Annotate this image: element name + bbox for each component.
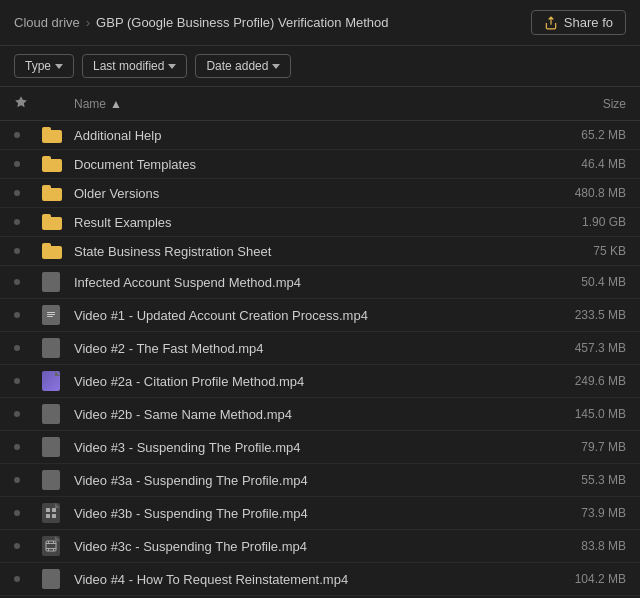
row-star — [14, 132, 42, 138]
dot-indicator — [14, 345, 20, 351]
date-added-filter-button[interactable]: Date added — [195, 54, 291, 78]
row-icon-col — [42, 127, 74, 143]
file-icon — [42, 305, 60, 325]
row-star — [14, 161, 42, 167]
table-row[interactable]: Video #1 - Updated Account Creation Proc… — [0, 299, 640, 332]
svg-rect-0 — [47, 312, 55, 313]
row-filesize: 1.90 GB — [536, 215, 626, 229]
row-star — [14, 190, 42, 196]
svg-rect-11 — [53, 541, 54, 543]
file-icon — [42, 437, 60, 457]
filter-bar: Type Last modified Date added — [0, 46, 640, 87]
dot-indicator — [14, 248, 20, 254]
row-star — [14, 345, 42, 351]
svg-rect-12 — [48, 549, 49, 551]
row-filename: Video #2b - Same Name Method.mp4 — [74, 407, 536, 422]
dot-indicator — [14, 312, 20, 318]
row-star — [14, 378, 42, 384]
table-row[interactable]: State Business Registration Sheet75 KB — [0, 237, 640, 266]
svg-rect-6 — [52, 514, 56, 518]
row-filename: Video #2 - The Fast Method.mp4 — [74, 341, 536, 356]
last-modified-filter-label: Last modified — [93, 59, 164, 73]
table-row[interactable]: Video #4 - How To Request Reinstatement.… — [0, 563, 640, 596]
table-row[interactable]: Video #2a - Citation Profile Method.mp42… — [0, 365, 640, 398]
table-row[interactable]: Infected Account Suspend Method.mp450.4 … — [0, 266, 640, 299]
row-star — [14, 510, 42, 516]
row-icon-col — [42, 272, 74, 292]
table-row[interactable]: Result Examples1.90 GB — [0, 208, 640, 237]
row-filename: Older Versions — [74, 186, 536, 201]
row-star — [14, 576, 42, 582]
type-filter-button[interactable]: Type — [14, 54, 74, 78]
row-icon-col — [42, 536, 74, 556]
row-filesize: 79.7 MB — [536, 440, 626, 454]
table-row[interactable]: Video #3a - Suspending The Profile.mp455… — [0, 464, 640, 497]
dot-indicator — [14, 219, 20, 225]
share-icon — [544, 16, 558, 30]
table-header: Name ▲ Size — [0, 87, 640, 121]
folder-icon — [42, 156, 62, 172]
svg-rect-8 — [46, 543, 56, 544]
svg-rect-10 — [48, 541, 49, 543]
row-icon-col — [42, 338, 74, 358]
dot-indicator — [14, 510, 20, 516]
row-filename: Infected Account Suspend Method.mp4 — [74, 275, 536, 290]
svg-rect-1 — [47, 314, 55, 315]
table-row[interactable]: Document Templates46.4 MB — [0, 150, 640, 179]
type-filter-label: Type — [25, 59, 51, 73]
dot-indicator — [14, 132, 20, 138]
table-row[interactable]: Video #3 - Suspending The Profile.mp479.… — [0, 431, 640, 464]
dot-indicator — [14, 444, 20, 450]
last-modified-filter-chevron-icon — [168, 64, 176, 69]
size-col-label: Size — [603, 97, 626, 111]
row-icon-col — [42, 503, 74, 523]
row-star — [14, 477, 42, 483]
dot-indicator — [14, 576, 20, 582]
svg-rect-5 — [46, 514, 50, 518]
row-filesize: 233.5 MB — [536, 308, 626, 322]
table-row[interactable]: Video #2b - Same Name Method.mp4145.0 MB — [0, 398, 640, 431]
breadcrumb-separator: › — [86, 15, 90, 30]
row-filesize: 55.3 MB — [536, 473, 626, 487]
row-filename: State Business Registration Sheet — [74, 244, 536, 259]
header-size-col[interactable]: Size — [536, 97, 626, 111]
file-icon — [42, 503, 60, 523]
row-filesize: 104.2 MB — [536, 572, 626, 586]
row-star — [14, 219, 42, 225]
folder-icon — [42, 214, 62, 230]
breadcrumb-root[interactable]: Cloud drive — [14, 15, 80, 30]
row-filename: Result Examples — [74, 215, 536, 230]
row-icon-col — [42, 185, 74, 201]
table-row[interactable]: Video #2 - The Fast Method.mp4457.3 MB — [0, 332, 640, 365]
file-icon — [42, 338, 60, 358]
file-icon — [42, 272, 60, 292]
header-name-col[interactable]: Name ▲ — [74, 97, 536, 111]
dot-indicator — [14, 543, 20, 549]
breadcrumb-current: GBP (Google Business Profile) Verificati… — [96, 15, 388, 30]
last-modified-filter-button[interactable]: Last modified — [82, 54, 187, 78]
folder-icon — [42, 127, 62, 143]
row-star — [14, 279, 42, 285]
table-row[interactable]: Video #3b - Suspending The Profile.mp473… — [0, 497, 640, 530]
file-icon — [42, 536, 60, 556]
table-row[interactable]: Video #3c - Suspending The Profile.mp483… — [0, 530, 640, 563]
breadcrumb: Cloud drive › GBP (Google Business Profi… — [14, 15, 389, 30]
share-button-label: Share fo — [564, 15, 613, 30]
table-row[interactable]: Additional Help65.2 MB — [0, 121, 640, 150]
row-filesize: 83.8 MB — [536, 539, 626, 553]
row-filename: Video #3b - Suspending The Profile.mp4 — [74, 506, 536, 521]
name-col-label: Name — [74, 97, 106, 111]
row-icon-col — [42, 214, 74, 230]
name-sort-arrow-icon: ▲ — [110, 97, 122, 111]
svg-rect-9 — [46, 548, 56, 549]
svg-rect-3 — [46, 508, 50, 512]
row-icon-col — [42, 404, 74, 424]
svg-rect-7 — [46, 541, 56, 551]
share-button[interactable]: Share fo — [531, 10, 626, 35]
folder-icon — [42, 185, 62, 201]
row-star — [14, 411, 42, 417]
table-row[interactable]: Older Versions480.8 MB — [0, 179, 640, 208]
file-list: Additional Help65.2 MBDocument Templates… — [0, 121, 640, 598]
file-icon — [42, 371, 60, 391]
header-star-col — [14, 95, 42, 112]
